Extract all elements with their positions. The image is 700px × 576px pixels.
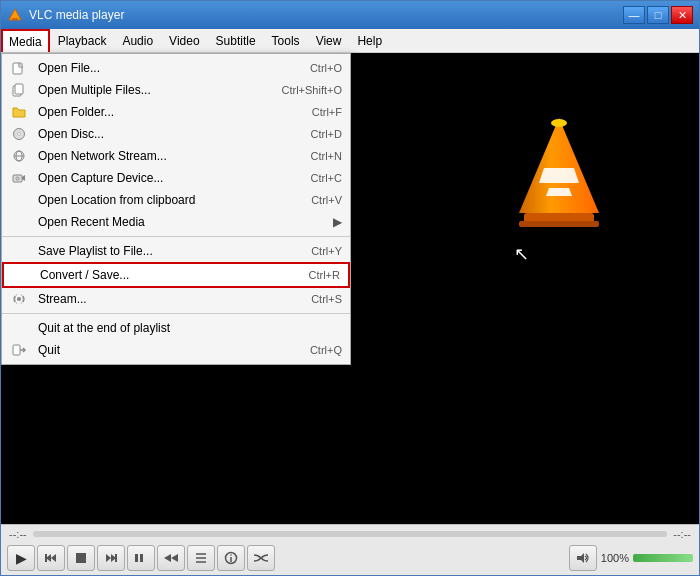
- svg-rect-30: [135, 554, 138, 562]
- separator-1: [2, 236, 350, 237]
- slow-button[interactable]: [157, 545, 185, 571]
- menu-media[interactable]: Media: [1, 29, 50, 52]
- menu-video[interactable]: Video: [161, 29, 207, 52]
- menu-audio[interactable]: Audio: [114, 29, 161, 52]
- svg-marker-18: [539, 168, 579, 183]
- svg-marker-32: [164, 554, 171, 562]
- stream-icon: [8, 292, 30, 306]
- frame-step-button[interactable]: [127, 545, 155, 571]
- open-folder-icon: [8, 105, 30, 119]
- random-button[interactable]: [247, 545, 275, 571]
- window-controls: — □ ✕: [623, 6, 693, 24]
- playlist-button[interactable]: [187, 545, 215, 571]
- main-window: VLC media player — □ ✕ Media Playback Au…: [0, 0, 700, 576]
- menu-open-multiple[interactable]: Open Multiple Files... Ctrl+Shift+O: [2, 79, 350, 101]
- menu-open-capture[interactable]: Open Capture Device... Ctrl+C: [2, 167, 350, 189]
- volume-icon[interactable]: [569, 545, 597, 571]
- svg-marker-24: [51, 554, 56, 562]
- svg-rect-21: [519, 221, 599, 227]
- menu-recent-media[interactable]: Open Recent Media ▶: [2, 211, 350, 233]
- menu-stream[interactable]: Stream... Ctrl+S: [2, 288, 350, 310]
- menu-open-disc[interactable]: Open Disc... Ctrl+D: [2, 123, 350, 145]
- separator-2: [2, 313, 350, 314]
- svg-marker-33: [171, 554, 178, 562]
- svg-rect-29: [115, 554, 117, 562]
- menu-playback[interactable]: Playback: [50, 29, 115, 52]
- menu-bar: Media Playback Audio Video Subtitle Tool…: [1, 29, 699, 53]
- open-disc-icon: [8, 127, 30, 141]
- submenu-arrow: ▶: [333, 215, 342, 229]
- time-right: --:--: [673, 528, 691, 540]
- controls-row: ▶: [1, 543, 699, 575]
- menu-convert-save[interactable]: Convert / Save... Ctrl+R: [2, 262, 350, 288]
- svg-point-22: [551, 119, 567, 127]
- menu-open-folder[interactable]: Open Folder... Ctrl+F: [2, 101, 350, 123]
- svg-rect-25: [45, 554, 47, 562]
- menu-help[interactable]: Help: [349, 29, 390, 52]
- open-multiple-icon: [8, 83, 30, 97]
- volume-area: 100%: [569, 545, 693, 571]
- maximize-button[interactable]: □: [647, 6, 669, 24]
- svg-marker-28: [106, 554, 111, 562]
- svg-rect-1: [12, 18, 18, 20]
- menu-open-network[interactable]: Open Network Stream... Ctrl+N: [2, 145, 350, 167]
- play-button[interactable]: ▶: [7, 545, 35, 571]
- svg-marker-19: [546, 188, 572, 196]
- svg-point-14: [17, 297, 21, 301]
- svg-marker-17: [519, 118, 599, 213]
- volume-bar[interactable]: [633, 554, 693, 562]
- vlc-cone: [499, 113, 619, 233]
- prev-button[interactable]: [37, 545, 65, 571]
- title-bar: VLC media player — □ ✕: [1, 1, 699, 29]
- next-button[interactable]: [97, 545, 125, 571]
- cursor: ↖: [514, 243, 529, 265]
- svg-point-7: [18, 133, 21, 136]
- menu-save-playlist[interactable]: Save Playlist to File... Ctrl+Y: [2, 240, 350, 262]
- svg-rect-5: [15, 84, 23, 94]
- svg-rect-26: [76, 553, 86, 563]
- volume-percent: 100%: [601, 552, 629, 564]
- menu-quit[interactable]: Quit Ctrl+Q: [2, 339, 350, 361]
- window-title: VLC media player: [29, 8, 623, 22]
- menu-view[interactable]: View: [308, 29, 350, 52]
- quit-icon: [8, 343, 30, 357]
- seek-bar-area: --:-- --:--: [1, 525, 699, 543]
- menu-bar-wrapper: Media Playback Audio Video Subtitle Tool…: [1, 29, 699, 53]
- open-network-icon: [8, 149, 30, 163]
- svg-rect-15: [13, 345, 20, 355]
- media-info-button[interactable]: [217, 545, 245, 571]
- menu-subtitle[interactable]: Subtitle: [208, 29, 264, 52]
- menu-open-location[interactable]: Open Location from clipboard Ctrl+V: [2, 189, 350, 211]
- menu-open-file[interactable]: Open File... Ctrl+O: [2, 57, 350, 79]
- open-capture-icon: [8, 171, 30, 185]
- stop-button[interactable]: [67, 545, 95, 571]
- menu-tools[interactable]: Tools: [264, 29, 308, 52]
- volume-fill: [633, 554, 693, 562]
- app-icon: [7, 7, 23, 23]
- time-left: --:--: [9, 528, 27, 540]
- svg-rect-11: [13, 175, 22, 182]
- media-dropdown: Open File... Ctrl+O Open Multiple Files.…: [1, 53, 351, 365]
- svg-marker-40: [577, 553, 584, 563]
- svg-point-39: [230, 554, 232, 556]
- open-file-icon: [8, 61, 30, 75]
- close-button[interactable]: ✕: [671, 6, 693, 24]
- svg-rect-31: [140, 554, 143, 562]
- seek-bar[interactable]: [33, 531, 668, 537]
- bottom-controls: --:-- --:-- ▶: [1, 524, 699, 575]
- minimize-button[interactable]: —: [623, 6, 645, 24]
- menu-quit-end-playlist[interactable]: Quit at the end of playlist: [2, 317, 350, 339]
